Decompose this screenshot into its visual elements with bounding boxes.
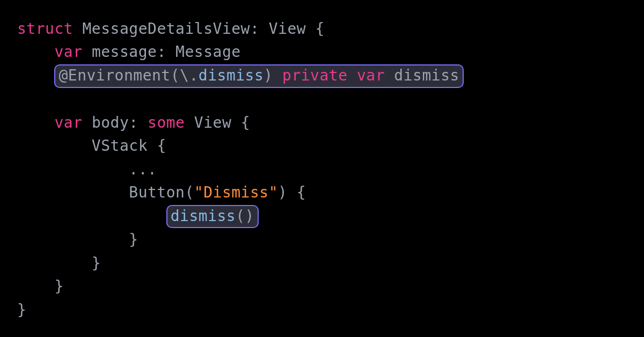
type-name: MessageDetailsView: [83, 20, 250, 38]
var-name: body: [92, 114, 129, 131]
paren-open: (: [236, 207, 245, 225]
var-name: dismiss: [394, 67, 459, 84]
brace-open: {: [241, 114, 250, 131]
brace-close: }: [129, 231, 138, 248]
button: Button: [129, 184, 185, 201]
paren-open: (: [185, 184, 194, 201]
highlight-dismiss-call: dismiss(): [166, 205, 259, 229]
colon: :: [129, 114, 138, 131]
brace-close: }: [92, 254, 101, 272]
type-name: View: [194, 114, 231, 131]
line-5: VStack {: [17, 137, 166, 155]
line-4: var body: some View {: [17, 114, 250, 131]
keyword-some: some: [148, 114, 185, 131]
line-10: }: [17, 254, 101, 272]
keyword-private: private: [282, 67, 348, 84]
colon: :: [157, 43, 166, 61]
line-11: }: [17, 277, 64, 295]
env-wrapper: Environment: [68, 67, 171, 84]
protocol: View: [269, 20, 306, 38]
brace-open: {: [297, 184, 306, 201]
paren-close: ): [278, 184, 287, 201]
brace-close: }: [17, 301, 26, 319]
brace-close: }: [54, 277, 63, 295]
line-7: Button("Dismiss") {: [17, 184, 306, 201]
highlight-environment: @Environment(\.dismiss) private var dism…: [54, 64, 463, 88]
brace-open: {: [315, 20, 324, 38]
at-sign: @: [58, 67, 68, 84]
keyword-var: var: [54, 114, 82, 131]
backslash: \: [180, 67, 189, 84]
line-3: @Environment(\.dismiss) private var dism…: [17, 67, 464, 84]
line-1: struct MessageDetailsView: View {: [17, 20, 325, 38]
colon: :: [250, 20, 259, 38]
code-block: struct MessageDetailsView: View { var me…: [17, 17, 627, 321]
line-6: ...: [17, 160, 157, 178]
paren-close: ): [245, 207, 254, 225]
dot: .: [189, 67, 198, 84]
line-2: var message: Message: [17, 43, 241, 61]
ellipsis: ...: [129, 160, 157, 178]
brace-open: {: [157, 137, 166, 155]
dismiss-call: dismiss: [171, 207, 236, 225]
vstack: VStack: [92, 137, 148, 155]
env-key: dismiss: [199, 67, 264, 84]
keyword-var: var: [357, 67, 385, 84]
string-literal: "Dismiss": [194, 184, 278, 201]
paren-open: (: [171, 67, 180, 84]
keyword-var: var: [54, 43, 82, 61]
keyword-struct: struct: [17, 20, 73, 38]
line-8: dismiss(): [17, 207, 259, 225]
line-12: }: [17, 301, 26, 319]
var-name: message: [92, 43, 157, 61]
paren-close: ): [264, 67, 273, 84]
line-9: }: [17, 231, 138, 248]
type-name: Message: [175, 43, 241, 61]
